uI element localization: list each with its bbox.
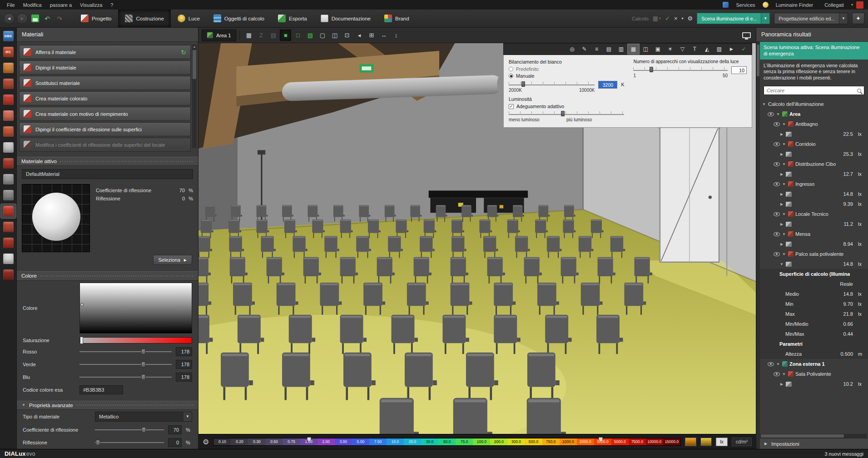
- expand-arrow-icon[interactable]: [779, 202, 784, 206]
- view-3d-icon[interactable]: ▧: [304, 30, 316, 41]
- split-view-icon[interactable]: ◫: [640, 44, 651, 54]
- visibility-eye-icon[interactable]: [774, 232, 780, 236]
- tab-esporta[interactable]: Esporta: [271, 10, 314, 27]
- pointer-icon[interactable]: ►: [726, 44, 737, 54]
- blue-slider[interactable]: [79, 373, 172, 381]
- import-dwg-tool[interactable]: DWG: [1, 29, 16, 43]
- material-type-caret-icon[interactable]: ▼: [184, 412, 192, 421]
- red-value-input[interactable]: [176, 347, 192, 356]
- notification-icon[interactable]: [856, 1, 863, 9]
- manual-radio[interactable]: [509, 74, 513, 78]
- fixtures-value-input[interactable]: [731, 66, 747, 74]
- tree-row[interactable]: 12.7 lx: [760, 169, 868, 179]
- blue-value-input[interactable]: [176, 373, 192, 382]
- expand-arrow-icon[interactable]: [776, 362, 780, 366]
- forward-button[interactable]: ►: [17, 13, 28, 24]
- 3d-scene[interactable]: ◎ ✎ ≡ ▤ ▥ ▦ ◫ ▣: [198, 43, 756, 434]
- material-tool-button[interactable]: Crea materiale con motivo di riempimento: [19, 107, 191, 121]
- z-mode-icon[interactable]: Z: [255, 30, 267, 41]
- tree-row[interactable]: Superficie di calcolo (Illumina: [760, 269, 868, 279]
- menu-item[interactable]: Visualizza: [76, 2, 106, 8]
- expand-arrow-icon[interactable]: [782, 182, 786, 186]
- unit-cdm2-button[interactable]: cd/m²: [732, 438, 752, 446]
- room-tool[interactable]: [1, 109, 16, 123]
- material-name-input[interactable]: [22, 169, 193, 179]
- tree-row[interactable]: 25.3 lx: [760, 149, 868, 159]
- blue-handle[interactable]: [141, 374, 145, 380]
- red-slider[interactable]: [79, 348, 172, 355]
- scroll-thumb[interactable]: [193, 50, 196, 79]
- tab-brand[interactable]: Brand: [377, 10, 416, 27]
- adv-reflection-slider[interactable]: [95, 439, 164, 446]
- view-front-icon[interactable]: ◫: [329, 30, 340, 41]
- daylight-icon[interactable]: ☀: [665, 44, 676, 54]
- tree-row[interactable]: 14.8 lx: [760, 189, 868, 199]
- expand-arrow-icon[interactable]: [782, 252, 786, 256]
- materials-scrollbar[interactable]: ▲: [192, 45, 197, 148]
- tree-row[interactable]: 22.5 lx: [760, 129, 868, 139]
- text-icon[interactable]: T: [689, 44, 700, 54]
- collegati-menu[interactable]: Collegati: [820, 2, 848, 8]
- tree-row[interactable]: 10.2 lx: [760, 379, 868, 389]
- tree-row[interactable]: Medio 14.8 lx: [760, 289, 868, 299]
- view-wireframe-icon[interactable]: □: [292, 30, 303, 41]
- light-scene-select[interactable]: Scena illuminazione di e... ▼: [697, 13, 770, 24]
- expand-arrow-icon[interactable]: [782, 212, 786, 216]
- messages-indicator[interactable]: 3 nuovi messaggi: [824, 451, 863, 457]
- tree-row[interactable]: Min/Medio 0.66: [760, 319, 868, 329]
- menu-item[interactable]: Modifica: [19, 2, 46, 8]
- expand-arrow-icon[interactable]: [779, 152, 784, 156]
- search-box[interactable]: [764, 86, 864, 95]
- door-tool[interactable]: [1, 156, 16, 170]
- material-tool-button[interactable]: Dipingi il coefficiente di riflessione s…: [19, 122, 191, 136]
- color-picker-marker[interactable]: [80, 303, 84, 306]
- advanced-section-header[interactable]: Proprietà avanzate: [17, 401, 198, 410]
- search-input[interactable]: [767, 88, 857, 93]
- expand-arrow-icon[interactable]: [782, 122, 786, 126]
- expand-arrow-icon[interactable]: [779, 262, 784, 266]
- target-icon[interactable]: ◎: [566, 44, 578, 54]
- wb-value-input[interactable]: [598, 81, 617, 89]
- expand-arrow-icon[interactable]: [779, 192, 784, 196]
- saturation-slider[interactable]: [79, 337, 192, 344]
- adaptive-checkbox[interactable]: ✓: [509, 104, 514, 109]
- building-tool[interactable]: [1, 77, 16, 91]
- expand-arrow-icon[interactable]: [782, 372, 786, 376]
- design-mode-caret-icon[interactable]: ▼: [839, 13, 848, 24]
- false-color-toggle-button[interactable]: [685, 438, 696, 446]
- tree-row[interactable]: Locale Tecnico: [760, 209, 868, 219]
- view-colored-icon[interactable]: ■: [280, 30, 291, 41]
- tree-row[interactable]: Mensa: [760, 229, 868, 239]
- fullscreen-icon[interactable]: ⊞: [366, 30, 377, 41]
- tree-row[interactable]: Max 21.8 lx: [760, 309, 868, 319]
- tree-row[interactable]: Antibagno: [760, 119, 868, 129]
- fixtures-slider[interactable]: [633, 66, 728, 72]
- window-tool[interactable]: [1, 140, 16, 154]
- coating-tool[interactable]: [1, 268, 16, 282]
- pen-icon[interactable]: ✎: [579, 44, 590, 54]
- tab-luce[interactable]: Luce: [171, 10, 207, 27]
- grab-tool-button[interactable]: ✦: [852, 13, 864, 24]
- expand-arrow-icon[interactable]: [776, 112, 780, 116]
- adv-reflection-input[interactable]: [168, 438, 182, 447]
- visibility-eye-icon[interactable]: [774, 162, 780, 166]
- collapse-views-icon[interactable]: ◂: [353, 30, 365, 41]
- rows-icon[interactable]: ▤: [603, 44, 615, 54]
- design-mode-select[interactable]: Progettazione edificio ed... ▼: [774, 13, 848, 24]
- texture-tool[interactable]: [1, 252, 16, 266]
- area-tab[interactable]: Area 1: [202, 30, 236, 41]
- material-tool-button[interactable]: Modifica i coefficienti di riflessione d…: [19, 138, 191, 152]
- tree-row[interactable]: Min/Max 0.44: [760, 329, 868, 339]
- scale-settings-gear-icon[interactable]: ⚙: [203, 438, 209, 446]
- red-handle[interactable]: [141, 349, 145, 354]
- paint-tool[interactable]: [1, 236, 16, 250]
- apply-check-icon[interactable]: ✓: [665, 15, 670, 22]
- visibility-eye-icon[interactable]: [774, 182, 780, 186]
- expand-arrow-icon[interactable]: [782, 162, 786, 166]
- grid-mode-icon[interactable]: ▤: [268, 30, 279, 41]
- expand-arrow-icon[interactable]: [779, 132, 784, 136]
- menu-item[interactable]: passare a: [46, 2, 76, 8]
- advanced-collapse-icon[interactable]: [21, 403, 26, 407]
- expand-arrow-icon[interactable]: [779, 172, 784, 176]
- brightness-handle[interactable]: [561, 111, 565, 116]
